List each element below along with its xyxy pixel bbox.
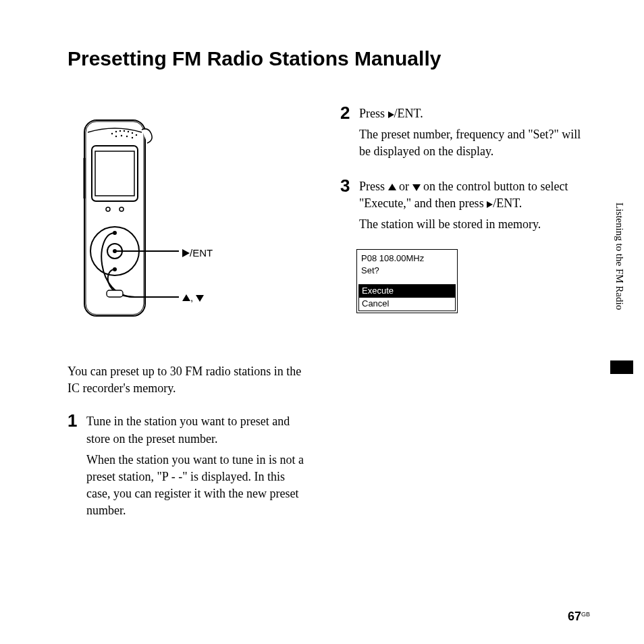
play-icon xyxy=(182,249,190,257)
up-arrow-icon xyxy=(388,184,396,190)
svg-point-3 xyxy=(115,131,117,132)
svg-rect-13 xyxy=(92,146,138,201)
svg-point-6 xyxy=(128,131,129,132)
lcd-option-execute: Execute xyxy=(358,284,456,298)
svg-point-16 xyxy=(119,207,124,211)
lcd-screen: P08 108.00MHz Set? Execute Cancel xyxy=(356,249,458,313)
page-container: Presetting FM Radio Stations Manually xyxy=(0,0,644,644)
play-icon xyxy=(388,111,394,118)
section-side-block xyxy=(610,360,633,374)
step-3: 3 Press or on the control button to sele… xyxy=(340,177,583,238)
label-ent-text: /ENT xyxy=(190,247,213,259)
step-2-p2: The preset number, frequency and "Set?" … xyxy=(359,126,583,160)
two-column-layout: /ENT , You can preset up to 30 FM radio … xyxy=(68,104,590,536)
column-left: /ENT , You can preset up to 30 FM radio … xyxy=(68,104,311,536)
step-3-p1: Press or on the control button to select… xyxy=(359,178,583,212)
step-3-p1-a: Press xyxy=(359,180,388,193)
step-2-p1-b: /ENT. xyxy=(394,107,423,120)
page-number-num: 67 xyxy=(568,610,581,623)
down-arrow-icon xyxy=(196,295,204,302)
up-arrow-icon xyxy=(182,294,190,301)
svg-point-2 xyxy=(111,133,113,134)
down-arrow-icon xyxy=(412,184,421,191)
lcd-line2: Set? xyxy=(361,265,453,277)
page-number-suffix: GB xyxy=(581,611,590,618)
label-ent: /ENT xyxy=(182,247,213,259)
svg-point-10 xyxy=(121,135,122,136)
step-2-body: Press /ENT. The preset number, frequency… xyxy=(359,104,583,165)
svg-rect-22 xyxy=(107,290,123,297)
lcd-top: P08 108.00MHz Set? xyxy=(357,252,457,284)
lcd-line1: P08 108.00MHz xyxy=(361,252,453,265)
step-1-p2: When the station you want to tune in is … xyxy=(86,452,311,520)
step-3-body: Press or on the control button to select… xyxy=(359,177,583,238)
label-up-down: , xyxy=(182,292,204,303)
step-2: 2 Press /ENT. The preset number, frequen… xyxy=(340,104,583,165)
svg-point-12 xyxy=(132,137,133,138)
step-3-p1-b: or xyxy=(396,180,412,193)
svg-point-8 xyxy=(136,134,137,136)
step-2-p1: Press /ENT. xyxy=(359,105,583,122)
device-illustration: /ENT , xyxy=(68,104,311,327)
play-icon xyxy=(487,201,493,208)
step-3-p2: The station will be stored in memory. xyxy=(359,216,583,233)
step-2-p1-a: Press xyxy=(359,107,388,120)
column-right: 2 Press /ENT. The preset number, frequen… xyxy=(340,104,583,536)
step-1-p1: Tune in the station you want to preset a… xyxy=(86,413,311,447)
intro-text: You can preset up to 30 FM radio station… xyxy=(68,363,311,397)
svg-point-9 xyxy=(115,136,117,137)
svg-point-11 xyxy=(126,136,128,137)
page-title: Presetting FM Radio Stations Manually xyxy=(68,47,590,70)
step-3-number: 3 xyxy=(340,177,355,238)
svg-point-4 xyxy=(119,130,121,132)
page-number: 67GB xyxy=(568,610,590,624)
step-1-number: 1 xyxy=(68,412,82,523)
lcd-option-cancel: Cancel xyxy=(358,298,456,311)
svg-point-5 xyxy=(124,130,125,132)
section-side-tab: Listening to the FM Radio xyxy=(614,203,625,310)
svg-point-15 xyxy=(106,207,110,211)
step-1-body: Tune in the station you want to preset a… xyxy=(86,412,311,523)
step-2-number: 2 xyxy=(340,104,355,165)
lcd-options: Execute Cancel xyxy=(357,284,457,312)
svg-point-7 xyxy=(132,132,133,134)
step-1: 1 Tune in the station you want to preset… xyxy=(68,412,311,523)
label-sep: , xyxy=(190,292,196,303)
step-3-p1-d: /ENT. xyxy=(493,196,522,210)
recorder-svg xyxy=(68,104,230,327)
